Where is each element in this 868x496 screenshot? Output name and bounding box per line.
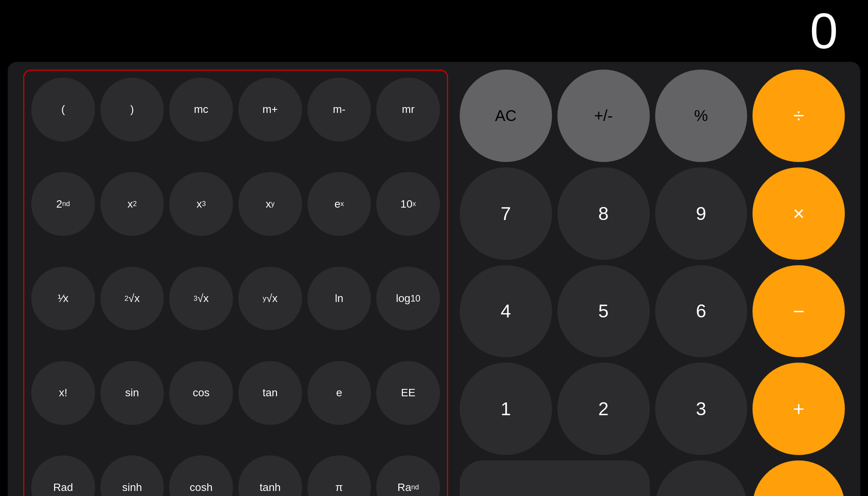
9-button[interactable]: 9 (655, 167, 747, 260)
display-value: 0 (810, 2, 837, 60)
m-plus-button[interactable]: m+ (238, 78, 302, 141)
4-button[interactable]: 4 (460, 265, 552, 358)
x3-button[interactable]: x3 (169, 172, 233, 236)
display-area: 0 (0, 0, 868, 62)
cosh-button[interactable]: cosh (169, 455, 233, 496)
EE-button[interactable]: EE (376, 361, 440, 425)
e-button[interactable]: e (307, 361, 371, 425)
add-button[interactable]: + (752, 363, 845, 455)
ln-button[interactable]: ln (307, 267, 371, 331)
7-button[interactable]: 7 (460, 167, 552, 260)
open-paren-button[interactable]: ( (31, 78, 95, 141)
equals-button[interactable]: = (752, 460, 845, 496)
sinh-button[interactable]: sinh (100, 455, 164, 496)
2nd-button[interactable]: 2nd (31, 172, 95, 236)
8-button[interactable]: 8 (557, 167, 650, 260)
calculator-body: ()mcm+m-mr2ndx2x3xyex10x¹∕x2√x3√xy√xlnlo… (8, 62, 860, 496)
percent-button[interactable]: % (655, 70, 747, 162)
sin-button[interactable]: sin (100, 361, 164, 425)
close-paren-button[interactable]: ) (100, 78, 164, 141)
sqrty-button[interactable]: y√x (238, 267, 302, 331)
ex-button[interactable]: ex (307, 172, 371, 236)
ac-button[interactable]: AC (460, 70, 552, 162)
3-button[interactable]: 3 (655, 363, 747, 455)
plus-minus-button[interactable]: +/- (557, 70, 650, 162)
mc-button[interactable]: mc (169, 78, 233, 141)
Rad-button[interactable]: Rad (31, 455, 95, 496)
sqrt3-button[interactable]: 3√x (169, 267, 233, 331)
divide-button[interactable]: ÷ (752, 70, 845, 162)
inv-x-button[interactable]: ¹∕x (31, 267, 95, 331)
0-button[interactable]: 0 (460, 460, 650, 496)
10x-button[interactable]: 10x (376, 172, 440, 236)
pi-button[interactable]: π (307, 455, 371, 496)
2-button[interactable]: 2 (557, 363, 650, 455)
tanh-button[interactable]: tanh (238, 455, 302, 496)
factorial-button[interactable]: x! (31, 361, 95, 425)
6-button[interactable]: 6 (655, 265, 747, 358)
decimal-button[interactable]: . (655, 460, 747, 496)
x2-button[interactable]: x2 (100, 172, 164, 236)
mr-button[interactable]: mr (376, 78, 440, 141)
sqrt2-button[interactable]: 2√x (100, 267, 164, 331)
multiply-button[interactable]: × (752, 167, 845, 260)
m-minus-button[interactable]: m- (307, 78, 371, 141)
xy-button[interactable]: xy (238, 172, 302, 236)
subtract-button[interactable]: − (752, 265, 845, 358)
Rand-button[interactable]: Rand (376, 455, 440, 496)
tan-button[interactable]: tan (238, 361, 302, 425)
1-button[interactable]: 1 (460, 363, 552, 455)
5-button[interactable]: 5 (557, 265, 650, 358)
standard-panel: AC+/-%÷789×456−123+0.= (460, 70, 845, 496)
cos-button[interactable]: cos (169, 361, 233, 425)
log10-button[interactable]: log10 (376, 267, 440, 331)
scientific-panel: ()mcm+m-mr2ndx2x3xyex10x¹∕x2√x3√xy√xlnlo… (23, 70, 448, 496)
